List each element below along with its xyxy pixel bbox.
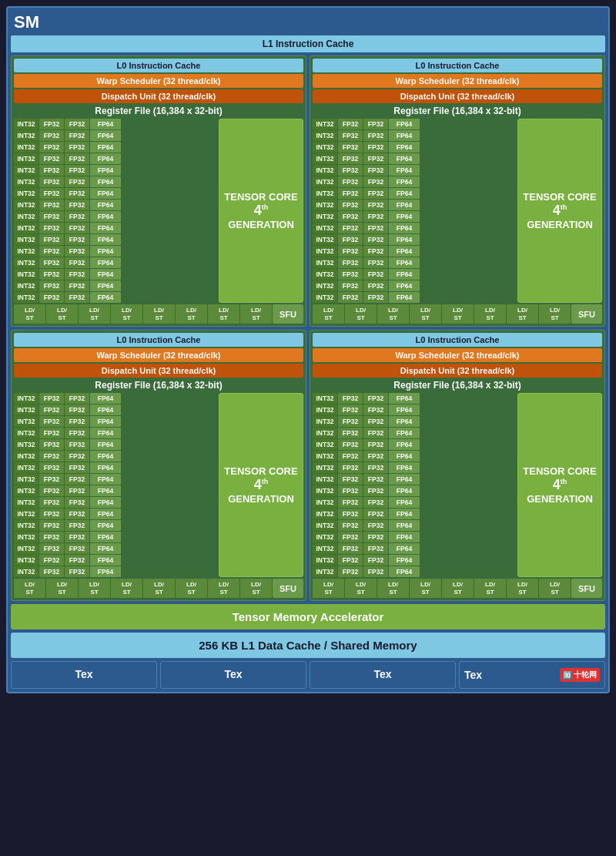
ld-st-6: LD/ST: [176, 304, 207, 324]
cu-fp32: FP32: [65, 153, 89, 164]
cu-row: INT32 FP32 FP32 FP64: [14, 393, 217, 404]
cu-fp32: FP32: [39, 211, 64, 222]
cu-fp32: FP32: [39, 474, 64, 485]
cu-fp64: FP64: [389, 269, 420, 280]
tex-unit-3: Tex: [310, 661, 456, 689]
dispatch-unit-tl: Dispatch Unit (32 thread/clk): [14, 89, 303, 103]
cu-fp32: FP32: [363, 165, 388, 176]
cu-fp32: FP32: [363, 176, 388, 187]
cu-int32: INT32: [313, 153, 337, 164]
cu-fp32: FP32: [39, 405, 64, 415]
warp-scheduler-bl: Warp Scheduler (32 thread/clk): [14, 348, 303, 362]
cu-row: INT32 FP32 FP32 FP64: [14, 532, 217, 542]
cu-fp32: FP32: [39, 520, 64, 531]
cu-row: INT32 FP32 FP32 FP64: [313, 269, 516, 280]
logo-text: 十轮网: [574, 670, 597, 680]
cu-row: INT32 FP32 FP32 FP64: [14, 509, 217, 519]
cu-fp32: FP32: [363, 532, 388, 542]
cu-fp64: FP64: [90, 520, 121, 531]
cu-fp64: FP64: [90, 153, 121, 164]
cu-fp32: FP32: [338, 428, 363, 438]
dispatch-unit-br: Dispatch Unit (32 thread/clk): [313, 364, 602, 378]
cu-fp32: FP32: [39, 428, 64, 438]
ld-st: LD/ST: [313, 579, 344, 598]
cu-row: INT32 FP32 FP32 FP64: [313, 428, 516, 438]
bottom-row-bl: LD/ST LD/ST LD/ST LD/ST LD/ST LD/ST LD/S…: [14, 579, 303, 598]
cu-int32: INT32: [313, 165, 337, 176]
cu-fp64: FP64: [389, 223, 420, 233]
cu-row: INT32 FP32 FP32 FP64: [313, 451, 516, 462]
cu-fp32: FP32: [363, 509, 388, 519]
cu-fp32: FP32: [65, 234, 89, 245]
sub-partition-bottom-right: L0 Instruction Cache Warp Scheduler (32 …: [310, 330, 605, 601]
cu-int32: INT32: [14, 532, 38, 542]
cu-int32: INT32: [313, 269, 337, 280]
ld-st: LD/ST: [345, 579, 377, 598]
cu-row: INT32 FP32 FP32 FP64: [313, 439, 516, 450]
cu-fp32: FP32: [338, 485, 363, 496]
cu-fp32: FP32: [65, 200, 89, 210]
sub-partition-top-right: L0 Instruction Cache Warp Scheduler (32 …: [310, 55, 605, 327]
cu-fp32: FP32: [363, 439, 388, 450]
cu-row: INT32 FP32 FP32 FP64: [313, 555, 516, 566]
tex-unit-2: Tex: [160, 661, 306, 689]
cu-row: INT32 FP32 FP32 FP64: [313, 532, 516, 542]
ld-st: LD/ST: [377, 304, 409, 324]
cu-int32: INT32: [313, 497, 337, 508]
cu-int32: INT32: [14, 280, 38, 291]
cu-int32: INT32: [313, 439, 337, 450]
compute-area-tl: INT32 FP32 FP32 FP64 INT32 FP32 FP32 FP6…: [14, 119, 303, 303]
cu-fp64: FP64: [90, 451, 121, 462]
ld-st: LD/ST: [377, 579, 409, 598]
cu-int32: INT32: [313, 474, 337, 485]
ld-st: LD/ST: [208, 579, 239, 598]
cu-fp64: FP64: [90, 393, 121, 404]
compute-units-bl: INT32 FP32 FP32 FP64 INT32 FP32 FP32 FP6…: [14, 393, 217, 577]
cu-fp32: FP32: [363, 474, 388, 485]
cu-int32: INT32: [14, 555, 38, 566]
cu-fp64: FP64: [90, 280, 121, 291]
cu-row: INT32 FP32 FP32 FP64: [313, 474, 516, 485]
cu-fp32: FP32: [338, 211, 363, 222]
cu-fp32: FP32: [39, 246, 64, 257]
cu-int32: INT32: [313, 142, 337, 153]
tensor-core-tl: TENSOR CORE4thGENERATION: [219, 119, 303, 303]
cu-fp64: FP64: [90, 130, 121, 141]
cu-fp32: FP32: [65, 211, 89, 222]
compute-units-tl: INT32 FP32 FP32 FP64 INT32 FP32 FP32 FP6…: [14, 119, 217, 303]
tensor-core-label: TENSOR CORE4thGENERATION: [224, 465, 297, 505]
cu-int32: INT32: [14, 234, 38, 245]
cu-int32: INT32: [313, 257, 337, 268]
cu-row: INT32 FP32 FP32 FP64: [14, 280, 217, 291]
cu-fp32: FP32: [39, 142, 64, 153]
cu-int32: INT32: [14, 200, 38, 210]
bottom-row-br: LD/ST LD/ST LD/ST LD/ST LD/ST LD/ST LD/S…: [313, 579, 602, 598]
cu-int32: INT32: [14, 246, 38, 257]
cu-fp32: FP32: [39, 439, 64, 450]
cu-row: INT32 FP32 FP32 FP64: [14, 405, 217, 415]
tensor-core-tr: TENSOR CORE4thGENERATION: [517, 119, 602, 303]
cu-row: INT32 FP32 FP32 FP64: [14, 451, 217, 462]
cu-fp64: FP64: [389, 497, 420, 508]
cu-int32: INT32: [14, 439, 38, 450]
dispatch-unit-bl: Dispatch Unit (32 thread/clk): [14, 364, 303, 378]
cu-fp32: FP32: [65, 176, 89, 187]
cu-int32: INT32: [313, 451, 337, 462]
ld-st-4: LD/ST: [111, 304, 142, 324]
cu-fp64: FP64: [90, 269, 121, 280]
cu-fp32: FP32: [338, 451, 363, 462]
l0-cache-tr: L0 Instruction Cache: [313, 59, 602, 72]
cu-fp64: FP64: [389, 280, 420, 291]
cu-fp64: FP64: [389, 188, 420, 199]
cu-int32: INT32: [313, 509, 337, 519]
ld-st-2: LD/ST: [46, 304, 78, 324]
cu-int32: INT32: [14, 451, 38, 462]
cu-int32: INT32: [14, 188, 38, 199]
cu-int32: INT32: [313, 393, 337, 404]
cu-fp32: FP32: [65, 292, 89, 303]
cu-fp32: FP32: [338, 165, 363, 176]
l1-instruction-cache: L1 Instruction Cache: [11, 35, 605, 52]
cu-int32: INT32: [313, 211, 337, 222]
cu-fp64: FP64: [389, 543, 420, 554]
cu-row: INT32 FP32 FP32 FP64: [313, 405, 516, 415]
